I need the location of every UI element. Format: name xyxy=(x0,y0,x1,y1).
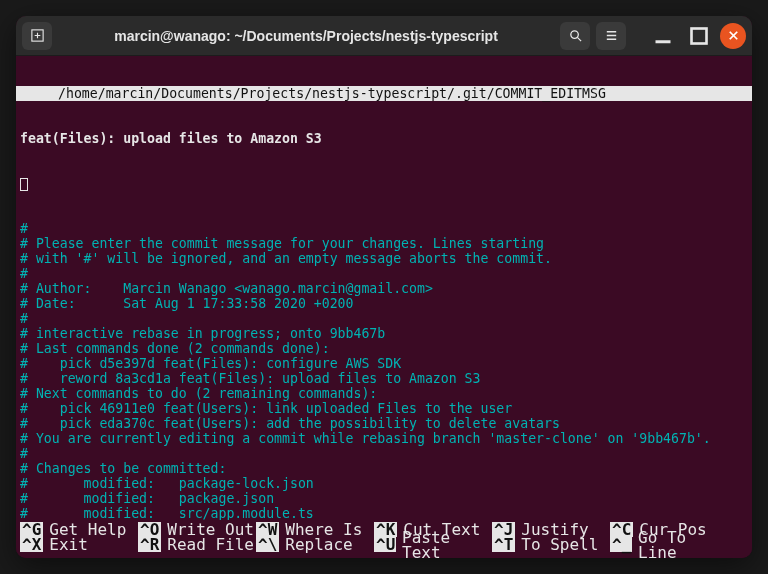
shortcut-label: Go To Line xyxy=(638,530,728,559)
nano-shortcut-bar: ^GGet Help^OWrite Out^WWhere Is^KCut Tex… xyxy=(16,520,752,558)
svg-point-3 xyxy=(570,31,578,39)
comment-line: # xyxy=(16,221,752,236)
shortcut-key: ^U xyxy=(374,537,396,552)
hamburger-icon xyxy=(604,28,619,43)
comment-line: # xyxy=(16,446,752,461)
file-path-text: /home/marcin/Documents/Projects/nestjs-t… xyxy=(58,86,606,101)
shortcut-label: Exit xyxy=(49,537,88,552)
minimize-icon xyxy=(648,21,678,51)
comment-line: # xyxy=(16,266,752,281)
commit-message-line[interactable]: feat(Files): upload files to Amazon S3 xyxy=(16,131,752,146)
search-button[interactable] xyxy=(560,22,590,50)
close-button[interactable] xyxy=(720,23,746,49)
comment-line: # modified: package.json xyxy=(16,491,752,506)
shortcut-item: ^RRead File xyxy=(138,537,256,552)
nano-file-path: /home/marcin/Documents/Projects/nestjs-t… xyxy=(16,86,752,101)
shortcut-item: ^_Go To Line xyxy=(610,537,728,552)
shortcut-item: ^TTo Spell xyxy=(492,537,610,552)
cursor-line[interactable] xyxy=(16,176,752,191)
shortcut-key: ^\ xyxy=(256,537,279,552)
editor-area[interactable]: /home/marcin/Documents/Projects/nestjs-t… xyxy=(16,56,752,520)
maximize-icon xyxy=(684,21,714,51)
terminal-window: marcin@wanago: ~/Documents/Projects/nest… xyxy=(16,16,752,558)
window-title: marcin@wanago: ~/Documents/Projects/nest… xyxy=(114,28,498,44)
shortcut-item: ^XExit xyxy=(20,537,138,552)
search-icon xyxy=(568,28,583,43)
maximize-button[interactable] xyxy=(684,22,714,50)
comment-line: # modified: src/app.module.ts xyxy=(16,506,752,520)
shortcut-key: ^X xyxy=(20,537,43,552)
shortcut-key: ^_ xyxy=(610,537,632,552)
comment-line: # with '#' will be ignored, and an empty… xyxy=(16,251,752,266)
close-icon xyxy=(726,28,741,43)
comment-line: # reword 8a3cd1a feat(Files): upload fil… xyxy=(16,371,752,386)
comment-line: # xyxy=(16,311,752,326)
new-tab-button[interactable] xyxy=(22,22,52,50)
titlebar: marcin@wanago: ~/Documents/Projects/nest… xyxy=(16,16,752,56)
shortcut-item: ^UPaste Text xyxy=(374,537,492,552)
comment-line: # Next commands to do (2 remaining comma… xyxy=(16,386,752,401)
comment-line: # Date: Sat Aug 1 17:33:58 2020 +0200 xyxy=(16,296,752,311)
comment-line: # Author: Marcin Wanago <wanago.marcin@g… xyxy=(16,281,752,296)
comment-line: # interactive rebase in progress; onto 9… xyxy=(16,326,752,341)
minimize-button[interactable] xyxy=(648,22,678,50)
menu-button[interactable] xyxy=(596,22,626,50)
comment-line: # modified: package-lock.json xyxy=(16,476,752,491)
shortcut-key: ^R xyxy=(138,537,161,552)
shortcut-key: ^T xyxy=(492,537,515,552)
shortcut-label: To Spell xyxy=(521,537,598,552)
text-cursor xyxy=(20,178,28,191)
shortcut-label: Paste Text xyxy=(402,530,492,559)
comment-line: # pick d5e397d feat(Files): configure AW… xyxy=(16,356,752,371)
shortcut-label: Replace xyxy=(285,537,352,552)
new-tab-icon xyxy=(30,28,45,43)
comment-line: # You are currently editing a commit whi… xyxy=(16,431,752,446)
comment-line: # pick 46911e0 feat(Users): link uploade… xyxy=(16,401,752,416)
shortcut-label: Read File xyxy=(167,537,254,552)
comment-line: # Last commands done (2 commands done): xyxy=(16,341,752,356)
comment-line: # Changes to be committed: xyxy=(16,461,752,476)
comment-line: # Please enter the commit message for yo… xyxy=(16,236,752,251)
svg-rect-9 xyxy=(692,28,707,43)
comment-line: # pick eda370c feat(Users): add the poss… xyxy=(16,416,752,431)
shortcut-item: ^\Replace xyxy=(256,537,374,552)
svg-line-4 xyxy=(577,37,581,41)
